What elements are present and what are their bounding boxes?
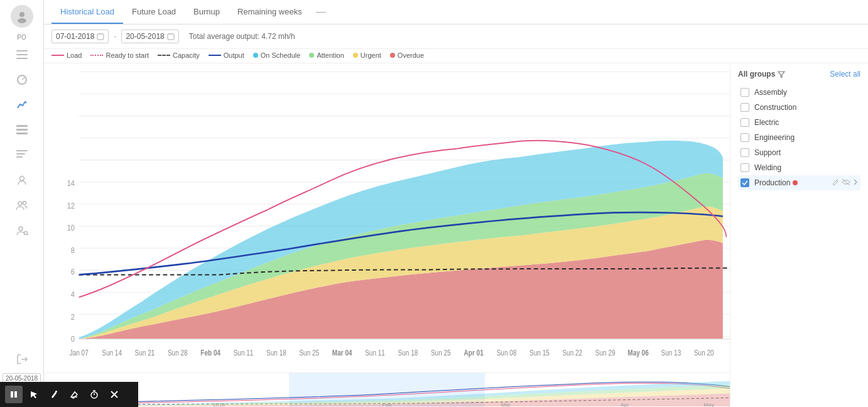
main-content: Historical Load Future Load Burnup Remai… (44, 0, 868, 407)
svg-rect-9 (16, 150, 28, 151)
filter-bar: 07-01-2018 - 20-05-2018 Total average ou… (44, 24, 868, 49)
chart-area: 0 2 4 6 8 10 12 14 (44, 63, 730, 407)
svg-text:Sun 28: Sun 28 (168, 349, 188, 357)
date-to-input[interactable]: 20-05-2018 (121, 30, 178, 43)
all-groups-label: All groups (738, 70, 785, 79)
svg-rect-8 (16, 133, 28, 134)
svg-marker-74 (778, 72, 784, 77)
checkbox-production[interactable] (741, 178, 749, 187)
checkbox-assembly[interactable] (741, 88, 749, 97)
svg-text:Sun 18: Sun 18 (398, 349, 418, 357)
cursor-button[interactable] (25, 386, 43, 403)
svg-text:Sun 29: Sun 29 (595, 349, 616, 357)
legend: Load Ready to start Capacity Output On S… (44, 49, 868, 63)
main-chart-wrapper[interactable]: 0 2 4 6 8 10 12 14 (44, 63, 730, 372)
svg-text:0: 0 (71, 334, 75, 344)
svg-rect-77 (11, 391, 13, 398)
svg-text:May 06: May 06 (627, 349, 648, 357)
checkbox-support[interactable] (741, 148, 749, 157)
group-item-assembly[interactable]: Assembly (738, 85, 860, 100)
eraser-button[interactable] (65, 386, 83, 403)
date-from-input[interactable]: 07-01-2018 (52, 30, 109, 43)
tab-remaining-weeks[interactable]: Remaining weeks (229, 1, 311, 24)
legend-overdue: Overdue (390, 52, 424, 59)
date-separator: - (114, 32, 116, 41)
svg-point-1 (18, 18, 26, 23)
tab-more[interactable]: — (311, 0, 331, 24)
group-label-engineering: Engineering (754, 133, 795, 142)
legend-load: Load (52, 52, 82, 59)
sidebar-item-rows[interactable] (9, 119, 35, 141)
svg-text:Apr 01: Apr 01 (464, 349, 484, 357)
legend-attention-dot (309, 53, 314, 58)
legend-load-line (52, 55, 64, 56)
group-item-support[interactable]: Support (738, 145, 860, 160)
svg-text:2: 2 (71, 312, 75, 322)
pen-button[interactable] (45, 386, 63, 403)
date-from-value: 07-01-2018 (56, 32, 94, 41)
svg-text:Sun 21: Sun 21 (135, 349, 155, 357)
tabs-bar: Historical Load Future Load Burnup Remai… (44, 0, 868, 24)
group-item-electric[interactable]: Electric (738, 115, 860, 130)
legend-urgent-label: Urgent (361, 52, 381, 59)
mini-chart[interactable]: Dec 2018 Feb Mar Apr May (44, 372, 730, 407)
tab-historical-load[interactable]: Historical Load (52, 1, 123, 24)
pause-button[interactable] (5, 386, 23, 403)
svg-marker-79 (31, 391, 37, 398)
legend-output-label: Output (224, 52, 244, 59)
bottom-toolbar (0, 382, 138, 407)
date-to-value: 20-05-2018 (126, 32, 164, 41)
group-label-welding: Welding (754, 163, 781, 172)
svg-text:Sun 25: Sun 25 (299, 349, 319, 357)
svg-text:12: 12 (67, 201, 75, 210)
svg-text:Sun 20: Sun 20 (694, 349, 714, 357)
svg-rect-7 (16, 129, 28, 131)
chevron-right-icon[interactable] (853, 178, 858, 187)
legend-ready-label: Ready to start (106, 52, 148, 59)
sidebar-item-users[interactable] (9, 194, 35, 217)
sidebar-item-gauge[interactable] (9, 68, 35, 91)
checkbox-electric[interactable] (741, 118, 749, 127)
svg-text:Jan 07: Jan 07 (70, 349, 89, 357)
svg-text:6: 6 (71, 267, 75, 276)
checkbox-engineering[interactable] (741, 133, 749, 142)
svg-rect-3 (16, 54, 28, 55)
production-dot (793, 180, 798, 185)
svg-rect-11 (16, 156, 23, 158)
tab-burnup[interactable]: Burnup (185, 1, 229, 24)
group-item-construction[interactable]: Construction (738, 100, 860, 115)
svg-text:Sun 13: Sun 13 (661, 349, 681, 357)
svg-text:Feb: Feb (382, 402, 392, 407)
sidebar-item-chart[interactable] (9, 94, 35, 116)
legend-on-schedule-label: On Schedule (261, 52, 301, 59)
sidebar-item-stack[interactable] (9, 144, 35, 166)
svg-rect-10 (16, 153, 25, 155)
checkbox-welding[interactable] (741, 163, 749, 172)
timer-button[interactable] (85, 386, 103, 403)
svg-point-0 (19, 12, 24, 17)
eye-off-icon[interactable] (842, 178, 850, 187)
select-all-button[interactable]: Select all (830, 70, 860, 79)
svg-line-75 (837, 179, 838, 180)
filter-icon (778, 70, 785, 78)
legend-on-schedule: On Schedule (253, 52, 301, 59)
avatar[interactable] (11, 5, 33, 28)
sidebar-item-logout[interactable] (9, 348, 35, 371)
group-item-engineering[interactable]: Engineering (738, 130, 860, 145)
group-item-production[interactable]: Production (738, 175, 860, 190)
tab-future-load[interactable]: Future Load (123, 1, 185, 24)
svg-text:May: May (703, 402, 715, 407)
sidebar-item-user[interactable] (9, 169, 35, 192)
legend-on-schedule-dot (253, 53, 258, 58)
sidebar-item-search-user[interactable] (9, 219, 35, 242)
edit-icon[interactable] (832, 178, 839, 187)
legend-capacity-line (158, 55, 170, 56)
svg-text:Apr: Apr (621, 402, 629, 407)
group-item-welding[interactable]: Welding (738, 160, 860, 175)
svg-text:Sun 15: Sun 15 (529, 349, 550, 357)
sidebar-item-list[interactable] (9, 43, 35, 66)
checkbox-construction[interactable] (741, 103, 749, 112)
close-button[interactable] (106, 386, 123, 403)
legend-output-line (209, 55, 221, 56)
svg-text:10: 10 (67, 223, 75, 232)
